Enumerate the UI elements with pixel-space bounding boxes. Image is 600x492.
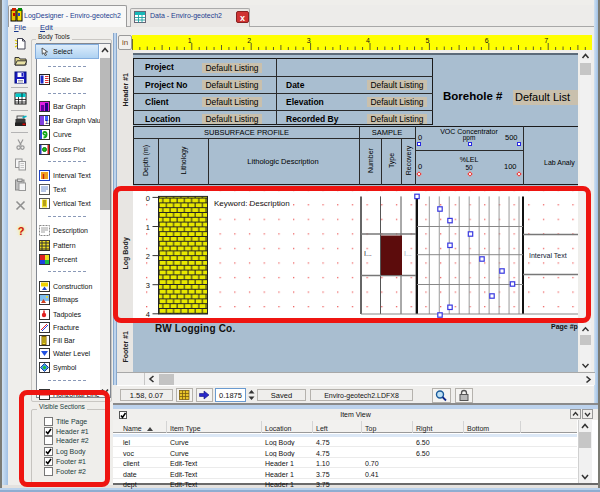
svg-text:12: 12 [45, 119, 50, 125]
svg-text:5: 5 [425, 37, 429, 44]
svg-text:4: 4 [366, 37, 370, 44]
svg-text:1: 1 [188, 37, 192, 44]
svg-text:3: 3 [307, 37, 311, 44]
svg-text:7: 7 [544, 37, 548, 44]
svg-text:6: 6 [485, 37, 489, 44]
svg-text:2: 2 [247, 37, 251, 44]
svg-text:I: I [43, 173, 45, 180]
